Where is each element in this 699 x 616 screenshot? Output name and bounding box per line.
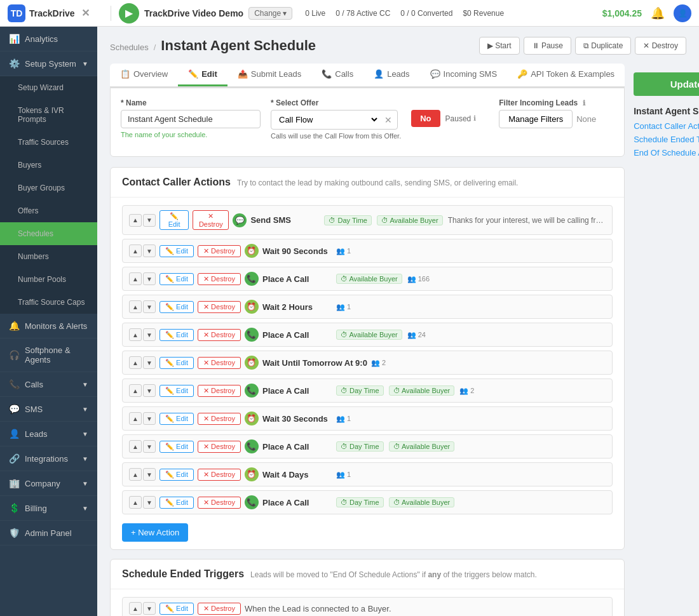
right-link-contact-caller[interactable]: Contact Caller Actions — [634, 121, 699, 131]
manage-filters-button[interactable]: Manage Filters — [499, 110, 573, 128]
sidebar-item-setup-system[interactable]: ⚙️ Setup System ▼ — [0, 51, 97, 76]
action-type-icon: 📞 — [245, 439, 259, 453]
action-edit-button[interactable]: ✏️ Edit — [159, 441, 194, 453]
sidebar-item-calls[interactable]: 📞 Calls ▼ — [0, 372, 97, 397]
change-button[interactable]: Change ▾ — [248, 7, 292, 20]
sidebar-item-traffic-caps[interactable]: Traffic Source Caps — [0, 291, 97, 314]
action-destroy-button[interactable]: ✕ Destroy — [198, 385, 241, 397]
tab-calls[interactable]: 📞 Calls — [311, 64, 363, 86]
action-tag: ⏱ Available Buyer — [389, 385, 455, 396]
sidebar-item-sms[interactable]: 💬 SMS ▼ — [0, 397, 97, 422]
action-edit-button[interactable]: ✏️ Edit — [159, 273, 194, 285]
trigger-edit-button[interactable]: ✏️ Edit — [159, 603, 194, 615]
action-destroy-button[interactable]: ✕ Destroy — [198, 497, 241, 509]
action-up-button[interactable]: ▲ — [129, 468, 142, 481]
action-down-button[interactable]: ▼ — [143, 356, 156, 369]
select-clear-icon[interactable]: ✕ — [379, 115, 397, 125]
trigger-destroy-button[interactable]: ✕ Destroy — [198, 603, 241, 615]
leads-icon: 👤 — [9, 429, 20, 439]
sidebar-item-numbers[interactable]: Numbers — [0, 245, 97, 268]
action-edit-button[interactable]: ✏️ Edit — [159, 301, 194, 313]
action-destroy-button[interactable]: ✕ Destroy — [198, 329, 241, 341]
tab-edit[interactable]: ✏️ Edit — [178, 64, 227, 86]
incoming-sms-tab-icon: 💬 — [430, 69, 440, 79]
duplicate-button[interactable]: ⧉ Duplicate — [575, 37, 631, 55]
tab-leads[interactable]: 👤 Leads — [363, 64, 419, 86]
action-destroy-button[interactable]: ✕ Destroy — [198, 441, 241, 453]
action-destroy-button[interactable]: ✕ Destroy — [198, 273, 241, 285]
action-down-button[interactable]: ▼ — [143, 496, 156, 509]
action-edit-button[interactable]: ✏️ Edit — [159, 357, 194, 369]
sidebar-item-buyer-groups[interactable]: Buyer Groups — [0, 177, 97, 199]
action-up-button[interactable]: ▲ — [129, 300, 142, 313]
tab-submit-leads[interactable]: 📤 Submit Leads — [227, 64, 312, 86]
update-button[interactable]: Update — [634, 72, 699, 96]
trigger-down-button[interactable]: ▼ — [143, 602, 156, 615]
breadcrumb-parent[interactable]: Schedules — [110, 43, 149, 52]
right-link-schedule-ended[interactable]: Schedule Ended Triggers — [634, 135, 699, 144]
right-link-end-of-schedule[interactable]: End Of Schedule Actions — [634, 148, 699, 157]
sidebar-item-softphone[interactable]: 🎧 Softphone & Agents — [0, 338, 97, 372]
action-destroy-button[interactable]: ✕ Destroy — [193, 210, 229, 230]
sidebar-item-integrations[interactable]: 🔗 Integrations ▼ — [0, 446, 97, 471]
action-destroy-button[interactable]: ✕ Destroy — [198, 357, 241, 369]
new-action-button[interactable]: + New Action — [122, 523, 188, 542]
pause-button[interactable]: ⏸ Pause — [524, 37, 571, 55]
action-up-button[interactable]: ▲ — [129, 356, 142, 369]
action-up-button[interactable]: ▲ — [129, 214, 142, 227]
action-down-button[interactable]: ▼ — [143, 412, 156, 425]
sidebar-item-company[interactable]: 🏢 Company ▼ — [0, 471, 97, 496]
bell-icon[interactable]: 🔔 — [651, 6, 665, 20]
tab-incoming-sms[interactable]: 💬 Incoming SMS — [420, 64, 508, 86]
sidebar-item-leads[interactable]: 👤 Leads ▼ — [0, 422, 97, 446]
action-down-button[interactable]: ▼ — [143, 468, 156, 481]
sidebar-item-buyers[interactable]: Buyers — [0, 154, 97, 177]
action-down-button[interactable]: ▼ — [143, 300, 156, 313]
action-down-button[interactable]: ▼ — [143, 214, 156, 227]
sidebar-item-schedules[interactable]: Schedules — [0, 222, 97, 245]
stat-revenue: $0 Revenue — [463, 9, 504, 18]
offer-select[interactable]: Call Flow — [271, 110, 379, 129]
action-up-button[interactable]: ▲ — [129, 244, 142, 257]
sidebar-item-traffic[interactable]: Traffic Sources — [0, 131, 97, 154]
tab-overview[interactable]: 📋 Overview — [110, 64, 178, 86]
user-avatar[interactable]: 👤 — [674, 4, 691, 22]
action-down-button[interactable]: ▼ — [143, 384, 156, 397]
action-down-button[interactable]: ▼ — [143, 440, 156, 453]
action-edit-button[interactable]: ✏️ Edit — [159, 497, 194, 509]
action-up-button[interactable]: ▲ — [129, 412, 142, 425]
trigger-up-button[interactable]: ▲ — [129, 602, 142, 615]
action-destroy-button[interactable]: ✕ Destroy — [198, 301, 241, 313]
sidebar-item-monitors[interactable]: 🔔 Monitors & Alerts — [0, 314, 97, 338]
action-edit-button[interactable]: ✏️ Edit — [159, 469, 194, 481]
action-edit-button[interactable]: ✏️ Edit — [159, 210, 189, 230]
sidebar-item-tokens[interactable]: Tokens & IVR Prompts — [0, 99, 97, 131]
start-button[interactable]: ▶ Start — [479, 37, 520, 55]
action-edit-button[interactable]: ✏️ Edit — [159, 329, 194, 341]
no-button[interactable]: No — [411, 110, 440, 127]
action-up-button[interactable]: ▲ — [129, 328, 142, 341]
name-input[interactable] — [121, 110, 261, 128]
action-destroy-button[interactable]: ✕ Destroy — [198, 413, 241, 425]
action-edit-button[interactable]: ✏️ Edit — [159, 385, 194, 397]
action-edit-button[interactable]: ✏️ Edit — [159, 245, 194, 257]
sidebar-item-wizard[interactable]: Setup Wizard — [0, 76, 97, 99]
action-up-button[interactable]: ▲ — [129, 496, 142, 509]
action-destroy-button[interactable]: ✕ Destroy — [198, 245, 241, 257]
action-up-button[interactable]: ▲ — [129, 440, 142, 453]
action-up-button[interactable]: ▲ — [129, 384, 142, 397]
sidebar-item-analytics[interactable]: 📊 Analytics — [0, 27, 97, 51]
action-up-button[interactable]: ▲ — [129, 272, 142, 285]
destroy-button[interactable]: ✕ Destroy — [635, 37, 686, 55]
sidebar-item-offers[interactable]: Offers — [0, 199, 97, 222]
sidebar-item-number-pools[interactable]: Number Pools — [0, 268, 97, 291]
action-down-button[interactable]: ▼ — [143, 244, 156, 257]
action-down-button[interactable]: ▼ — [143, 272, 156, 285]
sidebar-item-billing[interactable]: 💲 Billing ▼ — [0, 496, 97, 521]
close-icon[interactable]: ✕ — [81, 7, 90, 19]
sidebar-item-admin[interactable]: 🛡️ Admin Panel — [0, 521, 97, 546]
action-destroy-button[interactable]: ✕ Destroy — [198, 469, 241, 481]
tab-api-token[interactable]: 🔑 API Token & Examples — [507, 64, 625, 86]
action-down-button[interactable]: ▼ — [143, 328, 156, 341]
action-edit-button[interactable]: ✏️ Edit — [159, 413, 194, 425]
